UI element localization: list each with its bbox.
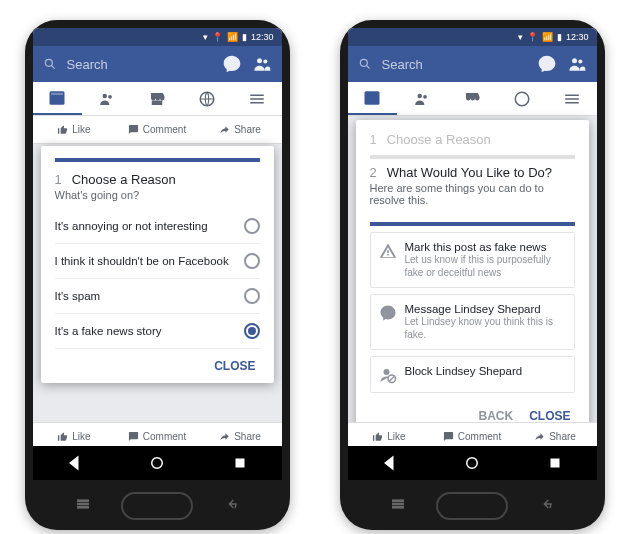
tab-feed[interactable]	[33, 82, 83, 115]
back-icon[interactable]	[380, 454, 398, 472]
hardware-home[interactable]	[121, 492, 193, 520]
action-card[interactable]: Mark this post as fake newsLet us know i…	[370, 232, 575, 288]
svg-rect-15	[77, 503, 88, 504]
tab-bar	[33, 82, 282, 116]
search-input[interactable]: Search	[382, 57, 527, 72]
svg-point-7	[108, 94, 112, 98]
svg-point-31	[467, 458, 478, 469]
svg-point-12	[152, 458, 163, 469]
soft-menu-icon[interactable]	[75, 496, 91, 512]
messenger-icon[interactable]	[537, 54, 557, 74]
step-number: 2	[370, 165, 377, 180]
svg-rect-5	[51, 92, 63, 94]
like-icon	[57, 431, 68, 442]
card-subtitle: Let us know if this is purposefully fake…	[405, 253, 566, 279]
home-icon[interactable]	[463, 454, 481, 472]
tab-friends[interactable]	[397, 82, 447, 115]
status-bar: ▾📍📶▮12:30	[348, 28, 597, 46]
svg-rect-25	[565, 94, 579, 96]
svg-point-20	[578, 59, 582, 63]
report-dialog-step2: 1 Choose a Reason 2 What Would You Like …	[356, 120, 589, 433]
close-button[interactable]: CLOSE	[214, 359, 255, 373]
svg-point-24	[515, 92, 529, 106]
svg-rect-10	[250, 98, 264, 100]
tab-globe[interactable]	[182, 82, 232, 115]
status-bar: ▾📍📶▮12:30	[33, 28, 282, 46]
tab-menu[interactable]	[547, 82, 597, 115]
comment-button[interactable]: Comment	[116, 116, 199, 143]
svg-rect-13	[236, 459, 245, 468]
card-subtitle: Let Lindsey know you think this is fake.	[405, 315, 566, 341]
block-icon	[379, 366, 397, 384]
tab-feed[interactable]	[348, 82, 398, 115]
comment-icon	[128, 431, 139, 442]
svg-point-22	[418, 93, 423, 98]
app-header: Search	[348, 46, 597, 82]
card-title: Block Lindsey Shepard	[405, 365, 523, 377]
phone-right: ▾📍📶▮12:30 Search 1 Choose a Reason 2 Wha…	[340, 20, 605, 530]
hardware-home[interactable]	[436, 492, 508, 520]
warn-icon	[379, 242, 397, 260]
share-button[interactable]: Share	[199, 116, 282, 143]
svg-rect-16	[77, 507, 88, 508]
home-icon[interactable]	[148, 454, 166, 472]
tab-menu[interactable]	[232, 82, 282, 115]
post-action-bar: Like Comment Share	[33, 116, 282, 144]
search-icon	[43, 57, 57, 71]
tab-friends[interactable]	[82, 82, 132, 115]
card-title: Mark this post as fake news	[405, 241, 566, 253]
phone-left: ▾📍📶▮12:30 Search Like Comment Share 1 Ch…	[25, 20, 290, 530]
msg-icon	[379, 304, 397, 322]
svg-line-30	[389, 377, 394, 382]
search-input[interactable]: Search	[67, 57, 212, 72]
action-card[interactable]: Block Lindsey Shepard	[370, 356, 575, 393]
like-icon	[57, 124, 68, 135]
friends-icon[interactable]	[567, 54, 587, 74]
svg-rect-21	[365, 91, 380, 105]
radio-icon	[244, 288, 260, 304]
card-title: Message Lindsey Shepard	[405, 303, 566, 315]
soft-menu-icon[interactable]	[390, 496, 406, 512]
svg-point-2	[257, 58, 262, 63]
soft-back-icon[interactable]	[539, 496, 555, 512]
tab-marketplace[interactable]	[447, 82, 497, 115]
svg-rect-27	[565, 102, 579, 104]
messenger-icon[interactable]	[222, 54, 242, 74]
tab-bar	[348, 82, 597, 116]
step-subtitle: What's going on?	[55, 189, 260, 201]
svg-point-17	[360, 59, 367, 66]
svg-rect-32	[551, 459, 560, 468]
clock: 12:30	[566, 32, 589, 42]
soft-back-icon[interactable]	[224, 496, 240, 512]
back-button[interactable]: BACK	[478, 409, 513, 423]
svg-point-19	[572, 58, 577, 63]
close-button[interactable]: CLOSE	[529, 409, 570, 423]
report-option[interactable]: I think it shouldn't be on Facebook	[55, 244, 260, 279]
radio-icon	[244, 323, 260, 339]
option-label: It's annoying or not interesting	[55, 220, 208, 232]
clock: 12:30	[251, 32, 274, 42]
svg-point-23	[423, 94, 427, 98]
tab-marketplace[interactable]	[132, 82, 182, 115]
tab-globe[interactable]	[497, 82, 547, 115]
step-title: What Would You Like to Do?	[387, 165, 552, 180]
report-option[interactable]: It's spam	[55, 279, 260, 314]
recent-icon[interactable]	[546, 454, 564, 472]
svg-rect-11	[250, 102, 264, 104]
report-option[interactable]: It's a fake news story	[55, 314, 260, 349]
step-title: Choose a Reason	[72, 172, 176, 187]
action-card[interactable]: Message Lindsey ShepardLet Lindsey know …	[370, 294, 575, 350]
svg-rect-35	[392, 507, 403, 508]
friends-icon[interactable]	[252, 54, 272, 74]
step1-inactive[interactable]: 1 Choose a Reason	[370, 132, 575, 159]
step-subtitle: Here are some things you can do to resol…	[370, 182, 575, 206]
search-icon	[358, 57, 372, 71]
report-dialog: 1 Choose a Reason What's going on? It's …	[41, 146, 274, 383]
report-option[interactable]: It's annoying or not interesting	[55, 209, 260, 244]
svg-point-3	[263, 59, 267, 63]
recent-icon[interactable]	[231, 454, 249, 472]
back-icon[interactable]	[65, 454, 83, 472]
like-button[interactable]: Like	[33, 116, 116, 143]
svg-point-6	[103, 93, 108, 98]
android-nav	[348, 446, 597, 480]
